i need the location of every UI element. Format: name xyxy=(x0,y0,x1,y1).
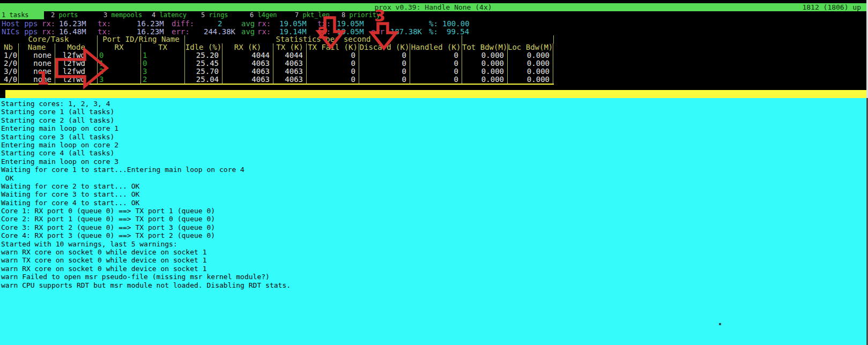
stat-segment: 19.05M xyxy=(337,28,364,36)
log-line: Waiting for core 4 to start... OK xyxy=(0,199,866,207)
stat-segment: rx: xyxy=(257,28,271,36)
log-line: warn CPU supports RDT but msr module not… xyxy=(0,281,866,289)
table-cell: 0 xyxy=(307,51,359,59)
tab-l4gen[interactable]: 6 l4gen xyxy=(250,11,277,19)
table-row: 3/0nonel2fwd2325.70406340630000.0000.000 xyxy=(0,68,554,76)
table-cell: 4063 xyxy=(273,68,307,76)
tab-ports[interactable]: 2 ports xyxy=(51,11,78,19)
title-bar: prox v0.39: Handle None (4x) 1812 (1806)… xyxy=(0,3,866,11)
tab-rings[interactable]: 5 rings xyxy=(201,11,228,19)
log-line: Core 3: RX port 2 (queue 0) ==> TX port … xyxy=(0,223,866,231)
core-stats-table: Core/TaskPort ID/Ring NameStatistics per… xyxy=(0,35,554,85)
group-header-cell: Core/Task xyxy=(0,35,98,43)
column-header-cell: Mode xyxy=(55,43,98,51)
log-line: Waiting for core 3 to start... OK xyxy=(0,190,866,198)
table-cell: 0 xyxy=(410,68,462,76)
table-cell: 0.000 xyxy=(462,51,508,59)
log-line: warn RX core on socket 0 while device on… xyxy=(0,248,866,256)
table-cell: 0.000 xyxy=(508,51,553,59)
tab-label: tasks xyxy=(5,11,28,19)
column-header-cell: TX xyxy=(141,43,185,51)
stat-segment: 19.14M xyxy=(279,28,307,36)
table-cell: 0 xyxy=(359,76,410,84)
table-cell: 0 xyxy=(307,59,359,68)
table-cell: 0 xyxy=(410,59,462,68)
table-cell: none xyxy=(19,51,55,59)
log-line: OK xyxy=(0,174,866,182)
tab-label: l4gen xyxy=(254,11,277,19)
table-cell: 2/0 xyxy=(0,59,19,68)
tab-label: ports xyxy=(55,11,78,19)
table-cell: 0 xyxy=(307,68,359,76)
divider-bar xyxy=(0,90,866,98)
table-cell: 0.000 xyxy=(508,76,553,84)
stat-segment: rx: xyxy=(42,28,55,36)
stat-segment: %: xyxy=(429,20,438,28)
log-line: Waiting for core 1 to start...Entering m… xyxy=(0,166,866,174)
stat-segment: err: xyxy=(371,28,389,36)
table-cell: 4044 xyxy=(222,51,273,59)
log-line: Core 4: RX port 3 (queue 0) ==> TX port … xyxy=(0,231,866,239)
nics-pps-statline: NICs ppsrx:16.48Mtx:16.23Merr:244.38Kavg… xyxy=(0,28,866,36)
screen-speck xyxy=(719,323,721,325)
stat-segment: 16.23M xyxy=(137,20,164,28)
table-cell: none xyxy=(19,59,55,68)
table-cell: l2fwd xyxy=(55,51,98,59)
table-cell: 4063 xyxy=(222,76,273,84)
table-cell: 0.000 xyxy=(462,76,508,84)
tab-tasks[interactable]: 1 tasks xyxy=(0,11,44,19)
tab-bar: 1 tasks2 ports3 mempools4 latency5 rings… xyxy=(0,11,866,19)
log-line: Entering main loop on core 3 xyxy=(0,158,866,166)
column-header-cell: Nb xyxy=(0,43,19,51)
column-header-cell: RX xyxy=(98,43,141,51)
log-line: Starting core 4 (all tasks) xyxy=(0,149,866,157)
app-title: prox v0.39: Handle None (4x) xyxy=(0,3,866,11)
log-line: Waiting for core 2 to start... OK xyxy=(0,182,866,190)
table-cell: 2 xyxy=(141,76,185,84)
stat-segment: 2 xyxy=(218,20,222,28)
tab-label: pkt_len xyxy=(299,11,330,19)
stat-segment: 187.38K xyxy=(390,28,422,36)
table-cell: 3 xyxy=(141,68,185,76)
stat-segment: 19.05M xyxy=(337,20,364,28)
table-cell: 0 xyxy=(98,51,141,59)
tab-pkt_len[interactable]: 7 pkt_len xyxy=(295,11,330,19)
log-line: warn TX core on socket 0 while device on… xyxy=(0,256,866,264)
tab-priority[interactable]: 8 priority xyxy=(342,11,380,19)
table-cell: 1 xyxy=(141,51,185,59)
table-group-header-row: Core/TaskPort ID/Ring NameStatistics per… xyxy=(0,35,554,43)
log-line: Entering main loop on core 2 xyxy=(0,141,866,149)
uptime-counter: 1812 (1806) up xyxy=(802,3,861,11)
table-header-row: NbNameModeRXTXIdle (%)RX (K)TX (K)TX Fai… xyxy=(0,43,554,51)
table-cell: 0 xyxy=(141,59,185,68)
column-header-cell: TX (K) xyxy=(273,43,307,51)
log-line: Starting core 2 (all tasks) xyxy=(0,116,866,124)
log-line: Starting core 3 (all tasks) xyxy=(0,133,866,141)
stat-segment: 16.23M xyxy=(59,20,86,28)
table-cell: none xyxy=(19,68,55,76)
stat-segment: 99.54 xyxy=(447,28,469,36)
tab-label: latency xyxy=(155,11,187,19)
column-header-cell: TX Fail (K) xyxy=(307,43,359,51)
table-row: 4/0nonel2fwd3225.04406340630000.0000.000 xyxy=(0,76,554,84)
table-cell: 4063 xyxy=(222,68,273,76)
table-cell: 0 xyxy=(307,76,359,84)
table-cell: 4063 xyxy=(222,59,273,68)
table-cell: 0.000 xyxy=(508,68,553,76)
stat-segment: diff: xyxy=(172,20,194,28)
group-header-cell: Statistics per second xyxy=(185,35,462,43)
table-cell: 0 xyxy=(410,76,462,84)
log-line: warn RX core on socket 0 while device on… xyxy=(0,265,866,273)
tab-mempools[interactable]: 3 mempools xyxy=(103,11,142,19)
table-cell: 4/0 xyxy=(0,76,19,84)
column-header-cell: Tot Bdw(M) xyxy=(462,43,508,51)
stat-segment: avg xyxy=(241,20,255,28)
tab-label: mempools xyxy=(107,11,142,19)
tab-latency[interactable]: 4 latency xyxy=(152,11,187,19)
tab-label: priority xyxy=(345,11,380,19)
table-row: 1/0nonel2fwd0125.20404440440000.0000.000 xyxy=(0,51,554,59)
stat-segment: rx: xyxy=(42,20,55,28)
stat-segment: tx: xyxy=(98,20,111,28)
group-header-cell xyxy=(462,35,554,43)
stat-segment: err: xyxy=(172,28,190,36)
